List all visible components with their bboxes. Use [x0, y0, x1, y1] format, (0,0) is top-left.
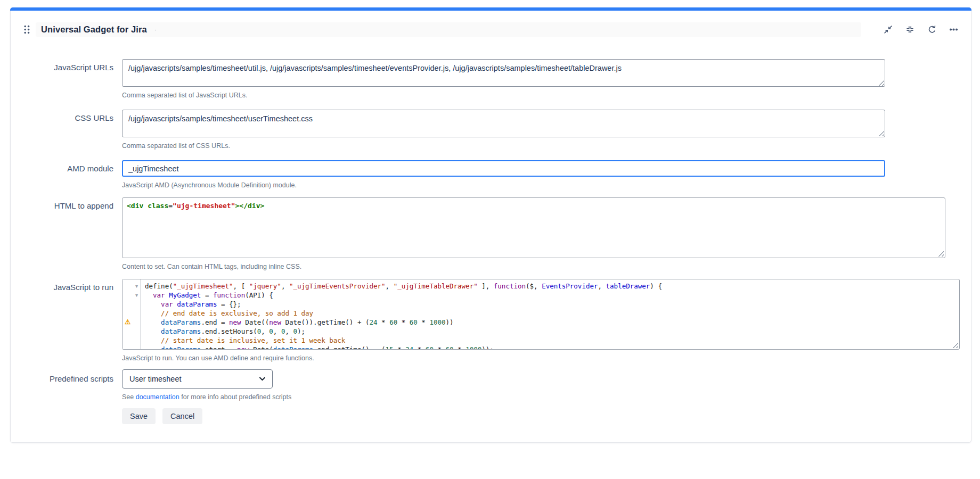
spacer	[19, 407, 113, 424]
javascript-to-run-row: JavaScript to run ▾▾⚠ define("_ujgTimesh…	[19, 279, 971, 362]
amd-module-label: AMD module	[19, 160, 113, 189]
html-code-editor[interactable]: <div class="ujg-timesheet"></div>	[122, 197, 945, 258]
buttons-row: Save Cancel	[19, 407, 971, 424]
save-button[interactable]: Save	[122, 408, 156, 424]
html-code-content[interactable]: <div class="ujg-timesheet"></div>	[123, 198, 945, 258]
refresh-icon[interactable]	[926, 24, 937, 35]
html-to-append-label: HTML to append	[19, 197, 113, 270]
help-text: for more info about predefined scripts	[179, 393, 292, 401]
fold-arrow-icon[interactable]: ▾	[123, 291, 140, 300]
title-dot: ·	[154, 26, 157, 34]
drag-handle-icon[interactable]	[23, 24, 30, 35]
javascript-urls-help: Comma separated list of JavaScript URLs.	[122, 92, 885, 99]
javascript-to-run-help: JavaScript to run. You can use AMD defin…	[122, 354, 960, 362]
chevron-down-icon	[259, 377, 265, 381]
amd-module-input[interactable]	[122, 160, 885, 177]
javascript-urls-row: JavaScript URLs /ujg/javascripts/samples…	[19, 59, 971, 99]
javascript-to-run-label: JavaScript to run	[19, 279, 113, 362]
predefined-scripts-row: Predefined scripts User timesheet See do…	[19, 369, 971, 401]
javascript-urls-label: JavaScript URLs	[19, 59, 113, 99]
javascript-code-editor[interactable]: ▾▾⚠ define("_ujgTimesheet", [ "jquery", …	[122, 279, 960, 350]
predefined-scripts-value: User timesheet	[129, 375, 182, 383]
gadget-config-form: JavaScript URLs /ujg/javascripts/samples…	[11, 37, 971, 424]
amd-module-help: JavaScript AMD (Asynchronous Module Defi…	[122, 181, 885, 189]
code-editor-gutter: ▾▾⚠	[123, 279, 141, 349]
gadget-title-bar: Universal Gadget for Jira ·	[36, 22, 861, 37]
css-urls-row: CSS URLs /ujg/javascripts/samples/timesh…	[19, 110, 971, 150]
header-toolbar	[883, 24, 959, 35]
documentation-link[interactable]: documentation	[136, 393, 179, 401]
predefined-scripts-label: Predefined scripts	[19, 369, 113, 401]
javascript-code-content[interactable]: define("_ujgTimesheet", [ "jquery", "_uj…	[141, 279, 959, 349]
help-text: See	[122, 393, 136, 401]
gadget-header: Universal Gadget for Jira ·	[11, 8, 971, 37]
css-urls-help: Comma separated list of CSS URLs.	[122, 142, 885, 150]
amd-module-row: AMD module JavaScript AMD (Asynchronous …	[19, 160, 971, 189]
more-icon[interactable]	[948, 24, 959, 35]
minimize-icon[interactable]	[883, 24, 894, 35]
predefined-scripts-help: See documentation for more info about pr…	[122, 393, 291, 401]
fold-arrow-icon[interactable]: ▾	[123, 282, 140, 291]
gadget-accent-bar	[10, 7, 971, 11]
collapse-icon[interactable]	[904, 24, 916, 35]
javascript-urls-input[interactable]: /ujg/javascripts/samples/timesheet/util.…	[122, 59, 885, 87]
html-to-append-help: Content to set. Can contain HTML tags, i…	[122, 263, 945, 270]
css-urls-label: CSS URLs	[19, 110, 113, 150]
gadget-card: Universal Gadget for Jira ·	[10, 7, 971, 443]
predefined-scripts-select[interactable]: User timesheet	[122, 369, 273, 389]
cancel-button[interactable]: Cancel	[162, 408, 202, 424]
warning-icon: ⚠	[123, 318, 140, 327]
gadget-title: Universal Gadget for Jira	[41, 24, 147, 35]
css-urls-input[interactable]: /ujg/javascripts/samples/timesheet/userT…	[122, 110, 885, 137]
html-to-append-row: HTML to append <div class="ujg-timesheet…	[19, 197, 971, 270]
